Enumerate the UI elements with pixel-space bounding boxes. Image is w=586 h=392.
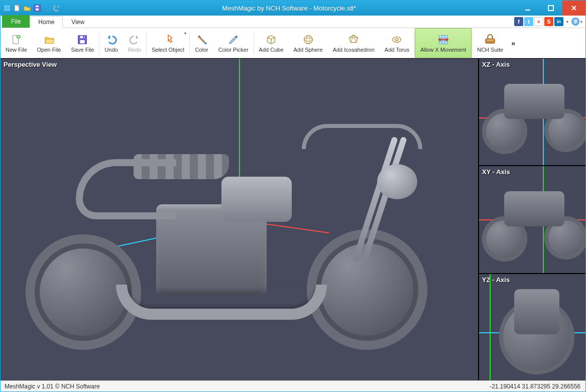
window-title: MeshMagic by NCH Software - Motorcycle.s… [62,5,516,12]
file-tab-label: File [11,18,21,25]
sphere-icon [302,34,314,46]
headlight [377,164,417,199]
close-button[interactable] [562,1,585,16]
qat-new-icon[interactable] [13,4,22,13]
ribbon-toolbar: New FileOpen FileSave FileUndoRedoSelect… [1,28,585,58]
tab-view[interactable]: View [63,16,93,28]
qat-redo-icon[interactable] [53,4,62,13]
quick-access-toolbar [1,4,62,13]
allowx-icon [437,34,449,46]
file-tab[interactable]: File [2,15,30,28]
open-file-button[interactable]: Open File [32,28,66,58]
open-icon [43,34,55,46]
minimize-button[interactable] [516,1,539,16]
nch-suite-button[interactable]: NCH Suite [472,28,508,58]
color-picker-button[interactable]: Color Picker [213,28,254,58]
help-dropdown-icon[interactable]: ▾ [580,20,582,24]
svg-rect-3 [36,9,39,11]
stumbleupon-icon[interactable]: S [544,17,553,26]
svg-rect-21 [487,40,494,41]
maximize-button[interactable] [539,1,562,16]
cube-icon [265,34,277,46]
new-icon [10,34,22,46]
ribbon-button-label: NCH Suite [477,47,503,53]
save-file-button[interactable]: Save File [66,28,99,58]
tab-label: Home [38,19,54,26]
svg-point-15 [304,38,312,41]
help-icon[interactable]: ? [571,18,579,26]
picker-icon [227,34,240,46]
torus-icon [391,34,403,46]
handlebar [302,124,422,149]
ribbon-button-label: Select Object [152,47,184,53]
add-sphere-button[interactable]: Add Sphere [289,28,328,58]
svg-rect-12 [83,36,84,38]
undo-button[interactable]: Undo [99,28,123,58]
perspective-viewport[interactable]: Perspective View [1,59,478,380]
dropdown-caret-icon: ▾ [184,31,186,36]
ribbon-button-label: Save File [71,47,94,53]
allow-x-button[interactable]: Allow X Movement [415,28,472,58]
qat-save-icon[interactable] [33,4,42,13]
color-icon [196,34,208,46]
ribbon-overflow-button[interactable]: » [508,28,518,58]
svg-rect-6 [548,6,553,11]
ribbon-button-label: Color Picker [218,47,249,53]
svg-point-16 [306,35,309,44]
svg-rect-20 [486,39,495,43]
ribbon-button-label: Redo [128,47,141,53]
select-icon [162,34,174,46]
ribbon-button-label: Open File [37,47,61,53]
svg-rect-4 [36,6,39,7]
ribbon-button-label: Add Icosahedron [333,47,375,53]
viewport-label: Perspective View [4,61,57,68]
xz-viewport[interactable]: XZ - Axis [479,59,585,166]
ribbon-button-label: Add Cube [259,47,284,53]
icos-icon [347,34,360,46]
facebook-icon[interactable]: f [514,17,523,26]
mini-model [479,279,585,380]
status-bar: MeshMagic v 1.01 © NCH Software -21.1904… [1,380,585,391]
yz-viewport[interactable]: YZ - Axis [479,274,585,380]
svg-point-13 [204,42,207,45]
undo-icon [105,34,118,46]
ribbon-tabs: File Home View f t + S in ▾ ? ▾ [1,16,585,28]
google-plus-icon[interactable]: + [534,17,543,26]
mini-model [479,171,585,273]
twitter-icon[interactable]: t [524,17,533,26]
work-area: Perspective View XZ - Axis [1,58,585,380]
tabs-right-tools: f t + S in ▾ ? ▾ [514,17,582,26]
svg-rect-1 [15,5,19,11]
ribbon-button-label: Color [195,47,208,53]
svg-rect-10 [80,40,85,43]
tab-home[interactable]: Home [30,16,63,28]
app-icon[interactable] [3,4,12,13]
svg-point-18 [395,38,398,40]
suite-icon [484,34,496,46]
save-icon [76,34,88,46]
mini-model [479,64,585,165]
add-cube-button[interactable]: Add Cube [254,28,289,58]
svg-point-17 [393,37,401,42]
window-controls [516,1,585,16]
rear-frame [76,159,176,219]
select-object-button[interactable]: Select Object▾ [147,28,189,58]
color-button[interactable]: Color [190,28,213,58]
tank [221,177,292,222]
new-file-button[interactable]: New File [1,28,32,58]
model-motorcycle [26,119,442,350]
svg-point-14 [304,35,312,44]
add-torus-button[interactable]: Add Torus [380,28,414,58]
status-coordinates: -21.190414 31.873295 29.266556 [490,383,585,390]
qat-open-icon[interactable] [23,4,32,13]
linkedin-icon[interactable]: in [554,17,563,26]
redo-icon [129,34,141,46]
social-dropdown-icon[interactable]: ▾ [564,20,570,24]
qat-undo-icon[interactable] [43,4,52,13]
ribbon-button-label: Undo [104,47,118,53]
add-icos-button[interactable]: Add Icosahedron [328,28,380,58]
ribbon-button-label: Add Torus [385,47,409,53]
status-left: MeshMagic v 1.01 © NCH Software [1,383,490,390]
redo-button[interactable]: Redo [123,28,146,58]
xy-viewport[interactable]: XY - Axis [479,166,585,274]
